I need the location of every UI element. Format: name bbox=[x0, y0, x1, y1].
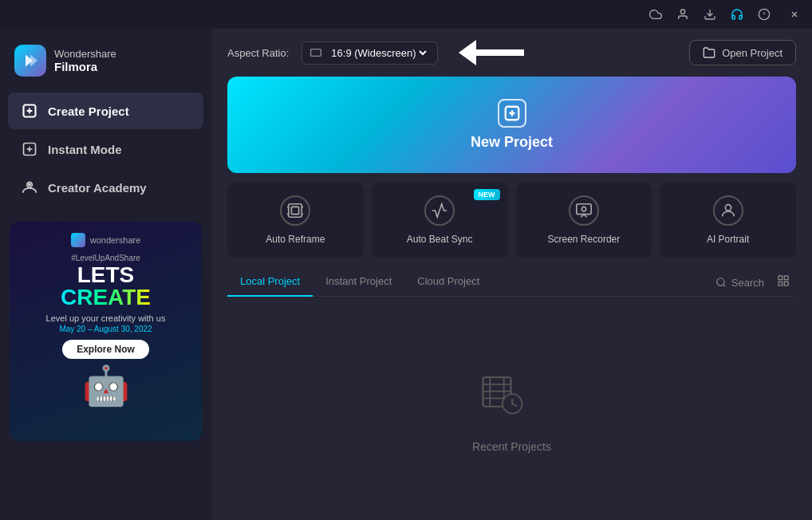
svg-line-30 bbox=[723, 285, 726, 287]
new-badge: NEW bbox=[474, 189, 500, 200]
sidebar-ad-banner: wondershare #LevelUpAndShare LETS CREATE… bbox=[10, 222, 202, 441]
search-icon bbox=[715, 277, 727, 288]
folder-icon bbox=[703, 46, 715, 59]
project-tabs-bar: Local Project Instant Project Cloud Proj… bbox=[227, 269, 796, 297]
aspect-ratio-label: Aspect Ratio: bbox=[227, 47, 289, 59]
aspect-ratio-select-wrapper[interactable]: 16:9 (Widescreen) 9:16 (Vertical) 1:1 (S… bbox=[302, 41, 438, 65]
sidebar-item-creator-academy[interactable]: Creator Academy bbox=[8, 169, 203, 206]
film-reel-icon bbox=[480, 372, 544, 427]
ai-portrait-label: AI Portrait bbox=[707, 234, 749, 245]
user-icon[interactable] bbox=[672, 3, 694, 26]
empty-state: Recent Projects bbox=[227, 305, 796, 520]
new-project-button[interactable]: New Project bbox=[227, 77, 796, 173]
ai-portrait-icon bbox=[713, 195, 743, 226]
screen-recorder-label: Screen Recorder bbox=[548, 234, 621, 245]
auto-reframe-label: Auto Reframe bbox=[266, 234, 325, 245]
svg-point-29 bbox=[717, 278, 724, 286]
academy-icon bbox=[21, 179, 38, 196]
sidebar-item-instant-mode[interactable]: Instant Mode bbox=[8, 131, 203, 167]
info-icon[interactable] bbox=[753, 3, 775, 26]
screen-recorder-icon bbox=[569, 195, 599, 226]
svg-rect-20 bbox=[292, 207, 299, 214]
ad-robot-graphic: 🤖 bbox=[82, 367, 130, 405]
sidebar-item-create-project[interactable]: Create Project bbox=[8, 93, 203, 129]
svg-rect-25 bbox=[577, 204, 591, 215]
instant-mode-icon bbox=[21, 140, 38, 158]
app-logo-icon bbox=[14, 45, 46, 77]
empty-projects-icon bbox=[480, 372, 544, 427]
arrow-body bbox=[476, 49, 524, 56]
close-icon[interactable] bbox=[783, 3, 806, 26]
cloud-icon[interactable] bbox=[644, 3, 667, 26]
svg-rect-34 bbox=[784, 282, 788, 286]
tab-instant-project[interactable]: Instant Project bbox=[313, 269, 404, 297]
svg-point-26 bbox=[581, 207, 586, 211]
svg-rect-19 bbox=[289, 204, 302, 218]
download-icon[interactable] bbox=[699, 3, 721, 26]
ad-date: May 20 – August 30, 2022 bbox=[59, 325, 152, 333]
headset-icon[interactable] bbox=[726, 3, 748, 26]
svg-rect-31 bbox=[778, 276, 782, 280]
sidebar-logo: Wondershare Filmora bbox=[0, 37, 211, 93]
title-bar bbox=[0, 0, 812, 29]
content-topbar: Aspect Ratio: 16:9 (Widescreen) 9:16 (Ve… bbox=[211, 29, 812, 77]
svg-point-0 bbox=[680, 10, 684, 14]
tab-cloud-project[interactable]: Cloud Project bbox=[404, 269, 492, 297]
svg-rect-33 bbox=[778, 282, 782, 286]
aspect-ratio-dropdown[interactable]: 16:9 (Widescreen) 9:16 (Vertical) 1:1 (S… bbox=[328, 46, 429, 60]
ad-headline: LETS CREATE bbox=[61, 264, 151, 309]
logo-text: Wondershare Filmora bbox=[54, 48, 116, 73]
quick-action-auto-beat-sync[interactable]: NEW Auto Beat Sync bbox=[372, 183, 508, 258]
ad-logo: wondershare bbox=[71, 233, 141, 247]
quick-actions-grid: Auto Reframe NEW Auto Beat Sync bbox=[227, 183, 796, 258]
search-box[interactable]: Search bbox=[709, 274, 771, 292]
ad-explore-button[interactable]: Explore Now bbox=[62, 340, 149, 359]
quick-action-screen-recorder[interactable]: Screen Recorder bbox=[516, 183, 652, 258]
beat-sync-icon bbox=[424, 195, 455, 226]
sidebar-nav: Create Project Instant Mode bbox=[0, 93, 211, 206]
svg-rect-32 bbox=[784, 276, 788, 280]
content-area: Aspect Ratio: 16:9 (Widescreen) 9:16 (Ve… bbox=[211, 29, 812, 520]
quick-action-auto-reframe[interactable]: Auto Reframe bbox=[227, 183, 364, 258]
ad-hashtag: #LevelUpAndShare bbox=[71, 254, 140, 262]
sidebar: Wondershare Filmora Create Project bbox=[0, 29, 211, 520]
add-icon bbox=[21, 102, 38, 120]
project-section: Local Project Instant Project Cloud Proj… bbox=[227, 269, 796, 520]
recent-projects-label: Recent Projects bbox=[472, 440, 551, 453]
tab-local-project[interactable]: Local Project bbox=[227, 269, 313, 297]
auto-beat-sync-label: Auto Beat Sync bbox=[407, 234, 473, 245]
svg-rect-15 bbox=[311, 49, 321, 56]
new-project-area: New Project bbox=[227, 77, 796, 173]
open-project-button[interactable]: Open Project bbox=[689, 40, 796, 65]
quick-action-ai-portrait[interactable]: AI Portrait bbox=[660, 183, 796, 258]
auto-reframe-icon bbox=[280, 195, 310, 226]
new-project-icon bbox=[498, 99, 526, 128]
ad-subtext: Level up your creativity with us bbox=[46, 313, 166, 323]
svg-point-14 bbox=[29, 183, 31, 186]
arrow-head bbox=[459, 40, 476, 65]
svg-point-27 bbox=[725, 205, 731, 211]
grid-toggle-button[interactable] bbox=[771, 271, 796, 293]
arrow-indicator bbox=[459, 40, 524, 65]
